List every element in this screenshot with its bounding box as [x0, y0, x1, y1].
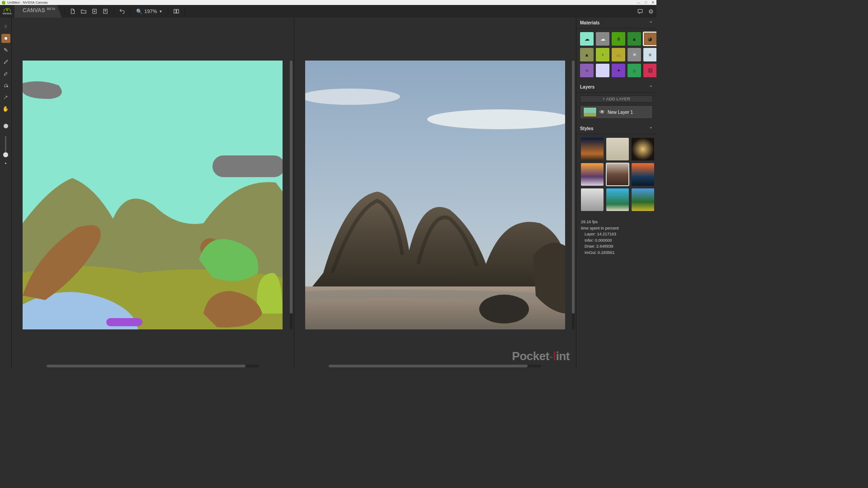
layer-thumbnail — [583, 107, 597, 117]
segmentation-hscroll[interactable] — [47, 365, 259, 367]
app-header: NVIDIA CANVAS BETA 🔍 197% ▼ ⚙ — [0, 5, 656, 18]
materials-grid: ☁☁⋔▲◕▲♀⌓✳≡≈ ✦⌂⛓ — [576, 28, 656, 82]
material-fog[interactable]: ≡ — [643, 48, 656, 61]
window-maximize-icon[interactable]: □ — [645, 0, 647, 5]
pan-tool[interactable]: ✋ — [1, 104, 10, 113]
material-bush[interactable]: ⌂ — [627, 64, 641, 77]
eyedropper-tool[interactable] — [1, 93, 10, 102]
style-thumb-0[interactable] — [581, 138, 604, 160]
svg-rect-4 — [638, 9, 642, 13]
zoom-control[interactable]: 🔍 197% ▼ — [133, 9, 165, 14]
brush-size-max-dot — [1, 122, 10, 131]
material-sea[interactable]: ≈ — [580, 64, 594, 77]
material-rock[interactable]: ✳ — [627, 48, 641, 61]
style-thumb-8[interactable] — [632, 188, 654, 211]
brush-size-slider[interactable] — [5, 136, 6, 156]
app-brand-tab: CANVAS BETA — [14, 5, 61, 18]
render-canvas[interactable] — [305, 61, 565, 329]
export-button[interactable] — [100, 6, 111, 17]
styles-grid — [576, 134, 656, 215]
style-thumb-6[interactable] — [581, 188, 604, 211]
chevron-down-icon: ▼ — [159, 9, 162, 14]
render-hscroll[interactable] — [329, 365, 541, 367]
material-brush-tool[interactable] — [1, 34, 10, 43]
material-grass[interactable]: ⋔ — [612, 32, 625, 46]
window-titlebar: Untitled - NVIDIA Canvas — □ ✕ — [0, 0, 656, 5]
layers-header[interactable]: Layers ⌃ — [576, 82, 656, 93]
segmentation-pane — [12, 18, 294, 369]
window-minimize-icon[interactable]: — — [637, 0, 640, 5]
tool-sidebar: ⠿ ✎ ✋ — [0, 18, 12, 369]
search-icon: 🔍 — [136, 9, 142, 14]
material-snow[interactable] — [596, 64, 609, 77]
new-file-button[interactable] — [67, 6, 78, 17]
stats-heading: time spent in percent — [581, 225, 652, 232]
segmentation-canvas[interactable] — [23, 61, 283, 329]
svg-rect-10 — [106, 318, 142, 326]
style-thumb-1[interactable] — [606, 138, 629, 160]
material-hill[interactable]: ▲ — [627, 32, 641, 46]
layer-row[interactable]: 👁 New Layer 1 — [580, 105, 653, 119]
fill-tool[interactable] — [1, 81, 10, 90]
style-thumb-3[interactable] — [581, 163, 604, 186]
canvas-stage: Pocket-lint — [12, 18, 576, 369]
brush-size-min-dot — [1, 159, 10, 168]
style-thumb-4[interactable] — [606, 163, 629, 186]
material-cloud[interactable]: ☁ — [596, 32, 609, 46]
svg-rect-2 — [174, 9, 176, 13]
eye-icon[interactable]: 👁 — [599, 109, 605, 115]
right-panel: Materials ⌃ ☁☁⋔▲◕▲♀⌓✳≡≈ ✦⌂⛓ Layers ⌃ + A… — [576, 18, 656, 369]
layer-name: New Layer 1 — [608, 110, 633, 115]
svg-rect-8 — [212, 155, 283, 177]
materials-title: Materials — [580, 20, 599, 25]
style-thumb-5[interactable] — [632, 163, 654, 186]
svg-rect-3 — [177, 9, 179, 13]
material-building[interactable]: ⛓ — [643, 64, 656, 77]
svg-point-14 — [479, 295, 529, 324]
material-dirt[interactable]: ◕ — [643, 32, 656, 46]
svg-point-6 — [7, 86, 8, 87]
stats-draw: Draw: 2.648939 — [581, 244, 652, 250]
chevron-up-icon: ⌃ — [649, 21, 653, 25]
svg-point-5 — [5, 37, 7, 40]
materials-header[interactable]: Materials ⌃ — [576, 18, 656, 28]
stats-fps: 29.16 fps — [581, 219, 652, 225]
material-sky[interactable]: ☁ — [580, 32, 594, 46]
window-title: Untitled - NVIDIA Canvas — [7, 0, 48, 5]
grip-icon[interactable]: ⠿ — [1, 22, 10, 31]
segmentation-vscroll[interactable] — [290, 61, 292, 329]
pencil-tool[interactable]: ✎ — [1, 46, 10, 55]
watermark: Pocket-lint — [512, 349, 570, 363]
eraser-tool[interactable] — [1, 69, 10, 78]
brush-tool[interactable] — [1, 57, 10, 66]
svg-point-13 — [305, 89, 400, 105]
style-thumb-2[interactable] — [632, 138, 654, 160]
app-name: CANVAS — [23, 7, 45, 14]
render-vscroll[interactable] — [572, 61, 575, 329]
add-layer-button[interactable]: + ADD LAYER — [580, 95, 653, 103]
material-sand[interactable]: ⌓ — [612, 48, 625, 61]
layers-title: Layers — [580, 84, 594, 89]
stats-block: 29.16 fps time spent in percent Layer: 1… — [576, 215, 656, 256]
window-close-icon[interactable]: ✕ — [651, 0, 655, 5]
feedback-button[interactable] — [635, 6, 646, 17]
app-icon — [2, 1, 5, 5]
split-view-button[interactable] — [171, 6, 182, 17]
render-pane — [294, 18, 576, 369]
material-flower[interactable]: ✦ — [612, 64, 625, 77]
material-mountain[interactable]: ▲ — [580, 48, 594, 61]
stats-layer: Layer: 14.217163 — [581, 231, 652, 238]
app-tag: BETA — [47, 7, 56, 10]
style-thumb-7[interactable] — [606, 188, 629, 211]
import-button[interactable] — [89, 6, 100, 17]
gear-icon: ⚙ — [648, 8, 654, 15]
stats-imgui: ImGui: 0.183561 — [581, 250, 652, 256]
chevron-up-icon: ⌃ — [649, 85, 653, 89]
open-file-button[interactable] — [78, 6, 89, 17]
settings-button[interactable]: ⚙ — [646, 6, 656, 17]
styles-title: Styles — [580, 126, 593, 131]
undo-button[interactable] — [117, 6, 127, 17]
styles-header[interactable]: Styles ⌃ — [576, 123, 656, 134]
nvidia-logo: NVIDIA — [3, 7, 12, 16]
material-tree[interactable]: ♀ — [596, 48, 609, 61]
